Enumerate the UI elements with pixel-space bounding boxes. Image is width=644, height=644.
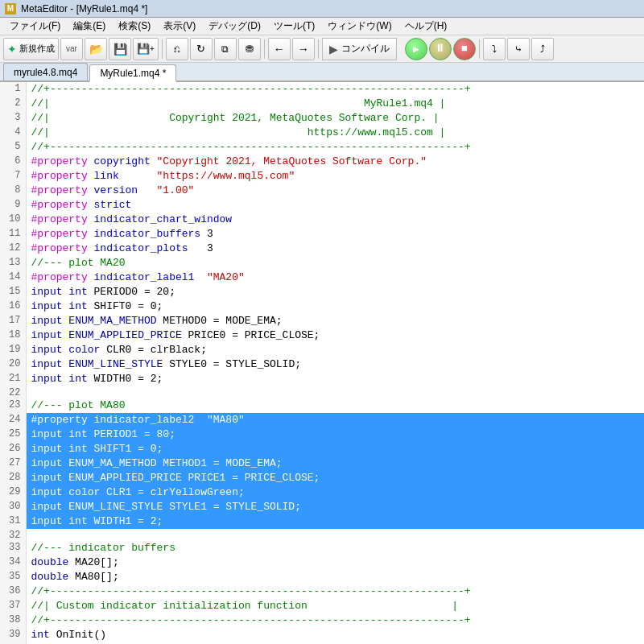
table-row: 20input ENUM_LINE_STYLE STYLE0 = STYLE_S…: [0, 357, 644, 372]
table-row: 39int OnInit(): [0, 628, 644, 642]
code-content[interactable]: input ENUM_APPLIED_PRICE PRICE1 = PRICE_…: [26, 471, 644, 485]
table-row: 27input ENUM_MA_METHOD METHOD1 = MODE_EM…: [0, 456, 644, 471]
code-content[interactable]: input color CLR0 = clrBlack;: [26, 343, 644, 357]
code-content[interactable]: //+-------------------------------------…: [26, 140, 644, 155]
code-content[interactable]: input int PERIOD1 = 80;: [26, 427, 644, 442]
code-content[interactable]: input int WIDTH1 = 2;: [26, 514, 644, 529]
table-row: 13//--- plot MA20: [0, 256, 644, 270]
code-content[interactable]: //--- plot MA20: [26, 256, 644, 270]
code-content[interactable]: //--- plot MA80: [26, 398, 644, 413]
code-content[interactable]: input int PERIOD0 = 20;: [26, 285, 644, 299]
table-row: 37//| Custom indicator initialization fu…: [0, 599, 644, 613]
tab-myrule48[interactable]: myrule4.8.mq4: [3, 63, 88, 80]
code-content[interactable]: //+-------------------------------------…: [26, 584, 644, 599]
code-content[interactable]: //+-------------------------------------…: [26, 82, 644, 97]
sep3: [318, 39, 319, 59]
line-number: 20: [0, 357, 26, 372]
step-into-button[interactable]: ⤷: [507, 38, 530, 60]
code-content[interactable]: #property strict: [26, 198, 644, 213]
pause-button[interactable]: ⏸: [429, 38, 452, 60]
code-table: 1//+------------------------------------…: [0, 82, 644, 644]
forward-button[interactable]: →: [292, 38, 315, 60]
table-row: 26input int SHIFT1 = 0;: [0, 442, 644, 456]
back-button[interactable]: ←: [268, 38, 291, 60]
save-button[interactable]: 💾: [109, 38, 131, 60]
menu-item-w[interactable]: ウィンドウ(W): [321, 18, 398, 35]
code-content[interactable]: #property indicator_label2 "MA80": [26, 413, 644, 427]
code-content[interactable]: #property indicator_buffers 3: [26, 227, 644, 242]
table-row: 29input color CLR1 = clrYellowGreen;: [0, 485, 644, 500]
code-content[interactable]: input ENUM_APPLIED_PRICE PRICE0 = PRICE_…: [26, 328, 644, 343]
save-all-button[interactable]: 💾+: [133, 38, 159, 60]
code-content[interactable]: #property indicator_label1 "MA20": [26, 270, 644, 285]
code-content[interactable]: #property indicator_chart_window: [26, 213, 644, 227]
code-content[interactable]: input int SHIFT1 = 0;: [26, 442, 644, 456]
code-content[interactable]: #property link "https://www.mql5.com": [26, 169, 644, 184]
code-content[interactable]: //--- indicator buffers: [26, 541, 644, 555]
line-number: 10: [0, 213, 26, 227]
code-content[interactable]: #property copyright "Copyright 2021, Met…: [26, 155, 644, 169]
redo-button[interactable]: ↻: [190, 38, 213, 60]
code-content[interactable]: double MA20[];: [26, 555, 644, 570]
code-content[interactable]: #property version "1.00": [26, 184, 644, 198]
table-row: 32: [0, 529, 644, 541]
step-out-button[interactable]: ⤴: [531, 38, 554, 60]
menu-item-t[interactable]: ツール(T): [267, 18, 321, 35]
code-content[interactable]: #property indicator_plots 3: [26, 242, 644, 256]
table-row: 3//| Copyright 2021, MetaQuotes Software…: [0, 111, 644, 126]
menu-item-h[interactable]: ヘルプ(H): [398, 18, 454, 35]
line-number: 39: [0, 628, 26, 642]
code-content[interactable]: input color CLR1 = clrYellowGreen;: [26, 485, 644, 500]
line-number: 7: [0, 169, 26, 184]
table-row: 9#property strict: [0, 198, 644, 213]
undo-button[interactable]: ⎌: [166, 38, 188, 60]
copy-button[interactable]: ⧉: [214, 38, 237, 60]
menu-item-f[interactable]: ファイル(F): [3, 18, 67, 35]
line-number: 38: [0, 613, 26, 628]
table-row: 7#property link "https://www.mql5.com": [0, 169, 644, 184]
code-content[interactable]: input int WIDTH0 = 2;: [26, 372, 644, 386]
compile-button[interactable]: ▶ コンパイル: [322, 38, 397, 60]
line-number: 6: [0, 155, 26, 169]
code-content[interactable]: //+-------------------------------------…: [26, 613, 644, 628]
open-button[interactable]: 📂: [85, 38, 107, 60]
line-number: 1: [0, 82, 26, 97]
code-content[interactable]: input ENUM_MA_METHOD METHOD1 = MODE_EMA;: [26, 456, 644, 471]
table-row: 16input int SHIFT0 = 0;: [0, 299, 644, 314]
line-number: 2: [0, 97, 26, 111]
code-content[interactable]: [26, 529, 644, 541]
new-button[interactable]: ✦ 新規作成: [3, 38, 59, 60]
code-content[interactable]: int OnInit(): [26, 628, 644, 642]
code-content[interactable]: [26, 386, 644, 398]
code-content[interactable]: double MA80[];: [26, 570, 644, 584]
code-content[interactable]: input ENUM_MA_METHOD METHOD0 = MODE_EMA;: [26, 314, 644, 328]
code-content[interactable]: input ENUM_LINE_STYLE STYLE1 = STYLE_SOL…: [26, 500, 644, 514]
code-content[interactable]: input ENUM_LINE_STYLE STYLE0 = STYLE_SOL…: [26, 357, 644, 372]
table-row: 14#property indicator_label1 "MA20": [0, 270, 644, 285]
tab-myrule1[interactable]: MyRule1.mq4 *: [89, 64, 176, 82]
find-button[interactable]: ⛃: [238, 38, 261, 60]
step-over-button[interactable]: ⤵: [483, 38, 506, 60]
line-number: 8: [0, 184, 26, 198]
menu-item-d[interactable]: デバッグ(D): [202, 18, 267, 35]
code-content[interactable]: input int SHIFT0 = 0;: [26, 299, 644, 314]
title-bar: M MetaEditor - [MyRule1.mq4 *]: [0, 0, 644, 18]
new-label: 新規作成: [19, 43, 55, 55]
code-content[interactable]: //| https://www.mql5.com |: [26, 126, 644, 140]
table-row: 23//--- plot MA80: [0, 398, 644, 413]
line-number: 5: [0, 140, 26, 155]
table-row: 15input int PERIOD0 = 20;: [0, 285, 644, 299]
table-row: 8#property version "1.00": [0, 184, 644, 198]
menu-item-v[interactable]: 表示(V): [157, 18, 202, 35]
code-content[interactable]: //| Copyright 2021, MetaQuotes Software …: [26, 111, 644, 126]
table-row: 36//+-----------------------------------…: [0, 584, 644, 599]
menu-item-s[interactable]: 検索(S): [112, 18, 157, 35]
stop-button[interactable]: ■: [453, 38, 476, 60]
line-number: 33: [0, 541, 26, 555]
code-content[interactable]: //| Custom indicator initialization func…: [26, 599, 644, 613]
var-button[interactable]: var: [60, 38, 83, 60]
run-button[interactable]: ▶: [405, 38, 427, 60]
code-content[interactable]: //| MyRule1.mq4 |: [26, 97, 644, 111]
menu-item-e[interactable]: 編集(E): [67, 18, 112, 35]
code-editor[interactable]: 1//+------------------------------------…: [0, 82, 644, 644]
